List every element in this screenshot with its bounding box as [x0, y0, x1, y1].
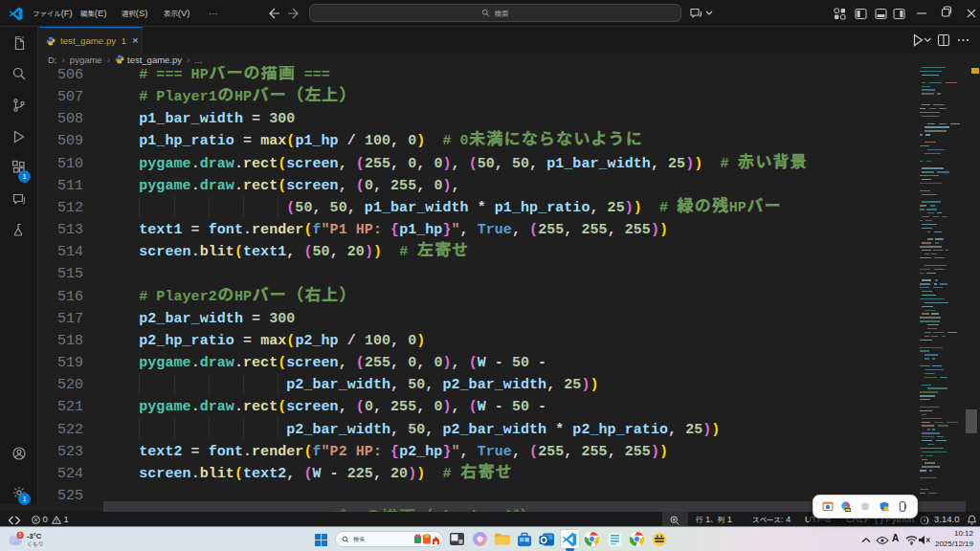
svg-text:5: 5: [19, 532, 22, 538]
